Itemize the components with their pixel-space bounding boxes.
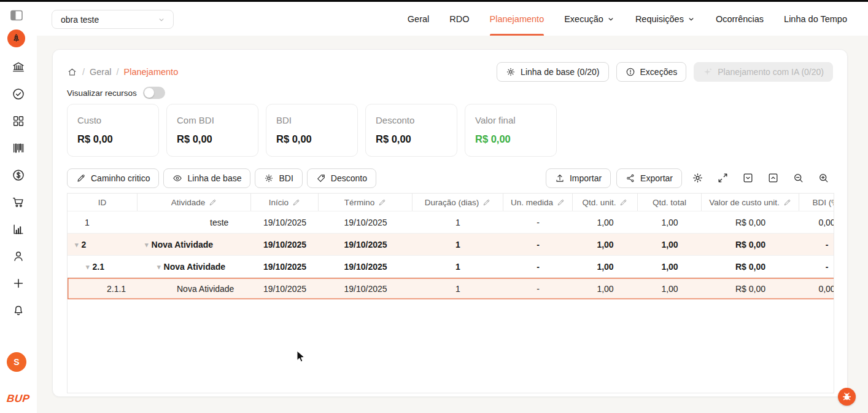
caret-down-icon[interactable]: ▾ xyxy=(75,241,79,249)
sidebar-item-inventory[interactable] xyxy=(11,141,26,155)
table-row[interactable]: 1 teste 19/10/2025 19/10/2025 1 - 1,00 1… xyxy=(68,211,834,233)
edit-pencil-icon[interactable] xyxy=(292,199,300,206)
breadcrumb-planejamento[interactable]: Planejamento xyxy=(124,67,179,77)
expand-all-button[interactable] xyxy=(763,168,783,188)
table-settings-button[interactable] xyxy=(688,168,707,188)
main-area: / Geral / Planejamento Linha de base (0/… xyxy=(37,36,868,413)
sidebar-collapse-icon[interactable] xyxy=(9,8,24,23)
col-header-termino: Término xyxy=(319,194,413,211)
rocket-button[interactable] xyxy=(7,30,25,47)
edit-pencil-icon[interactable] xyxy=(482,199,490,206)
summary-value: R$ 0,00 xyxy=(475,133,556,145)
chevron-down-icon xyxy=(606,15,615,23)
tab-ocorrencias[interactable]: Ocorrências xyxy=(716,2,764,36)
summary-cards: Custo R$ 0,00 Com BDI R$ 0,00 BDI R$ 0,0… xyxy=(67,104,833,157)
user-icon xyxy=(12,250,25,263)
summary-card-valor-final: Valor final R$ 0,00 xyxy=(465,104,557,157)
col-header-bdi: BDI (%) xyxy=(799,194,834,211)
fullscreen-button[interactable] xyxy=(713,168,732,188)
table-row[interactable]: ▾2 ▾Nova Atividade 19/10/2025 19/10/2025… xyxy=(68,233,834,255)
excecoes-button[interactable]: Exceções xyxy=(616,62,687,82)
tab-execucao[interactable]: Execução xyxy=(564,2,615,36)
check-circle-icon xyxy=(12,87,25,101)
col-header-qtd-total: Qtd. total xyxy=(638,194,702,211)
summary-value: R$ 0,00 xyxy=(376,133,457,145)
summary-value: R$ 0,00 xyxy=(77,133,158,145)
caret-down-icon[interactable]: ▾ xyxy=(157,263,161,271)
avatar[interactable]: S xyxy=(7,352,26,372)
summary-card-custo: Custo R$ 0,00 xyxy=(67,104,159,157)
grid-icon xyxy=(12,114,25,128)
dollar-circle-icon xyxy=(12,168,25,182)
expand-icon xyxy=(717,172,729,184)
share-icon xyxy=(626,173,635,183)
zoom-out-icon xyxy=(792,172,804,184)
bup-logo: BUP xyxy=(6,393,31,405)
table-toolbar: Caminho critico Linha de base BDI Descon… xyxy=(67,168,833,188)
sparkles-icon xyxy=(703,67,713,77)
linha-de-base-toggle-button[interactable]: Linha de base xyxy=(163,168,250,188)
tab-requisicoes[interactable]: Requisições xyxy=(635,2,696,36)
sidebar-item-purchases[interactable] xyxy=(11,195,26,210)
col-header-id: ID xyxy=(68,194,138,211)
sidebar-item-approvals[interactable] xyxy=(11,87,26,101)
linha-de-base-button[interactable]: Linha de base (0/20) xyxy=(497,62,608,82)
bank-icon xyxy=(12,60,25,74)
summary-card-com-bdi: Com BDI R$ 0,00 xyxy=(166,104,258,157)
tab-geral[interactable]: Geral xyxy=(408,2,429,36)
top-nav-tabs: Geral RDO Planejamento Execução Requisiç… xyxy=(408,2,847,36)
breadcrumb-geral[interactable]: Geral xyxy=(90,67,111,77)
barcode-icon xyxy=(12,141,25,155)
col-header-valor-custo-unit: Valor de custo unit. xyxy=(702,194,799,211)
col-header-inicio: Início xyxy=(251,194,319,211)
summary-value: R$ 0,00 xyxy=(177,133,258,145)
table-row-selected[interactable]: 2.1.1 Nova Atividade 19/10/2025 19/10/20… xyxy=(68,277,834,299)
caminho-critico-button[interactable]: Caminho critico xyxy=(67,168,159,188)
tab-planejamento[interactable]: Planejamento xyxy=(490,2,544,36)
bug-report-button[interactable] xyxy=(838,388,856,406)
collapse-all-button[interactable] xyxy=(738,168,758,188)
breadcrumb: / Geral / Planejamento xyxy=(67,67,178,77)
caret-down-icon[interactable]: ▾ xyxy=(86,263,90,271)
caret-down-icon[interactable]: ▾ xyxy=(145,241,149,249)
visualizar-recursos-label: Visualizar recursos xyxy=(67,88,137,98)
edit-pencil-icon[interactable] xyxy=(557,199,565,206)
window-top-edge xyxy=(0,0,868,2)
planejamento-ia-button[interactable]: Planejamento com IA (0/20) xyxy=(694,62,833,82)
edit-pencil-icon[interactable] xyxy=(619,199,627,206)
zoom-out-button[interactable] xyxy=(788,168,808,188)
sidebar-item-add[interactable] xyxy=(11,276,26,291)
sidebar-item-users[interactable] xyxy=(11,249,26,264)
sidebar-item-notifications[interactable] xyxy=(11,303,26,318)
gear-icon xyxy=(692,172,703,184)
bdi-button[interactable]: BDI xyxy=(255,168,302,188)
breadcrumb-separator: / xyxy=(82,67,85,77)
plus-icon xyxy=(12,277,25,290)
edit-pencil-icon[interactable] xyxy=(209,199,217,206)
project-selector[interactable]: obra teste xyxy=(52,10,174,29)
summary-card-desconto: Desconto R$ 0,00 xyxy=(365,104,457,157)
chevron-down-icon xyxy=(687,15,696,23)
importar-button[interactable]: Importar xyxy=(546,168,611,188)
sidebar-item-modules[interactable] xyxy=(11,114,26,128)
gear-icon xyxy=(506,67,516,77)
box-chevron-down-icon xyxy=(742,172,754,184)
visualizar-recursos-toggle[interactable] xyxy=(143,87,165,99)
zoom-in-button[interactable] xyxy=(813,168,833,188)
sidebar-item-finance[interactable] xyxy=(11,168,26,183)
bar-chart-icon xyxy=(12,222,25,236)
sidebar: S BUP xyxy=(0,2,37,413)
home-icon[interactable] xyxy=(67,67,77,77)
sidebar-item-reports[interactable] xyxy=(11,222,26,237)
table-row[interactable]: ▾2.1 ▾Nova Atividade 19/10/2025 19/10/20… xyxy=(68,255,834,277)
planning-table: ID Atividade Início Término Duração (dia… xyxy=(67,193,834,393)
edit-pencil-icon[interactable] xyxy=(378,199,386,206)
eye-icon xyxy=(172,173,182,183)
tab-rdo[interactable]: RDO xyxy=(449,2,469,36)
edit-pencil-icon[interactable] xyxy=(783,199,791,206)
sidebar-item-bank[interactable] xyxy=(11,60,26,74)
exportar-button[interactable]: Exportar xyxy=(616,168,682,188)
tab-linha-do-tempo[interactable]: Linha do Tempo xyxy=(784,2,847,36)
desconto-button[interactable]: Desconto xyxy=(307,168,376,188)
topbar: obra teste Geral RDO Planejamento Execuç… xyxy=(37,2,868,36)
